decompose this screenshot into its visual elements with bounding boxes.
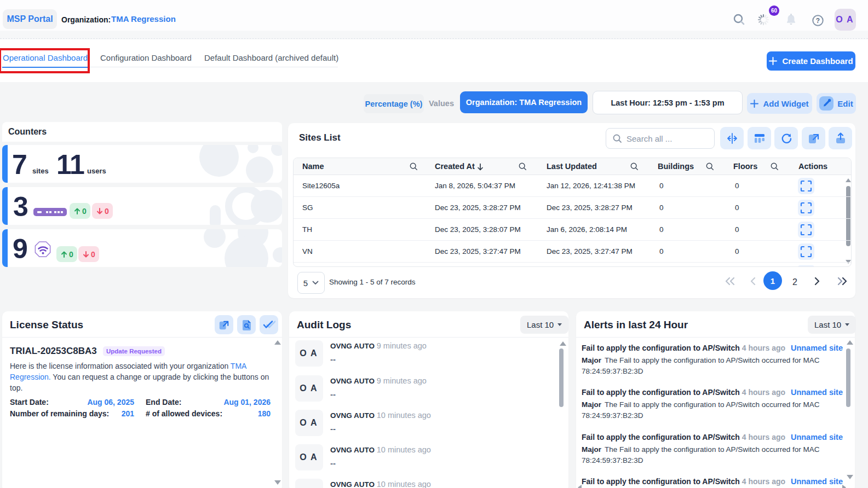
svg-text:?: ?	[816, 17, 820, 25]
